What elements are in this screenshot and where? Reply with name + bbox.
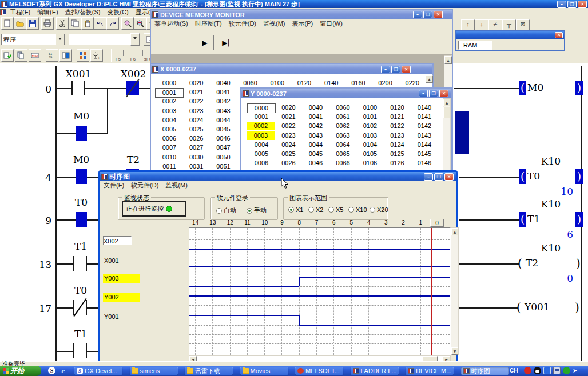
y-device-cell[interactable]: 0060 xyxy=(330,103,356,112)
y-device-cell[interactable]: 0165 xyxy=(439,150,443,158)
x-device-cell[interactable]: 0200 xyxy=(372,79,399,87)
radio-x10[interactable]: X10 xyxy=(348,206,367,213)
x-device-cell[interactable]: 0020 xyxy=(183,79,209,87)
partial-run-icon[interactable] xyxy=(59,49,72,62)
x-device-cell[interactable]: 0045 xyxy=(210,125,236,134)
monitoring-button[interactable]: 正在进行监控 xyxy=(122,201,186,217)
x-device-cell[interactable]: 0007 xyxy=(156,143,182,152)
x-device-cell[interactable]: 0043 xyxy=(210,107,236,115)
y-device-cell[interactable]: 0002 xyxy=(247,122,275,130)
x-device-cell[interactable]: 0003 xyxy=(156,107,182,115)
scroll-up-icon[interactable]: ▲ xyxy=(444,56,452,64)
maximize-button[interactable]: ❒ xyxy=(567,1,577,8)
close-button[interactable]: ✕ xyxy=(434,11,443,18)
timing-menu-monitor[interactable]: 监视(M) xyxy=(162,181,191,190)
y-device-cell[interactable]: 0125 xyxy=(384,150,411,158)
y-device-cell[interactable]: 0103 xyxy=(357,131,383,140)
y-device-cell[interactable]: 0042 xyxy=(303,122,329,130)
program-check-icon[interactable] xyxy=(1,49,14,62)
x-device-cell[interactable]: 0021 xyxy=(183,88,209,97)
x-device-cell[interactable]: 0002 xyxy=(156,97,182,106)
close-button[interactable]: ✕ xyxy=(578,1,587,8)
signal-label[interactable]: Y001 xyxy=(104,312,119,321)
y-device-cell[interactable]: 0146 xyxy=(411,159,438,167)
y-device-cell[interactable]: 0162 xyxy=(439,122,443,130)
scroll-up-icon[interactable]: ▲ xyxy=(426,75,433,83)
find-instruction-icon[interactable] xyxy=(134,17,146,30)
maximize-button[interactable]: ❒ xyxy=(391,66,400,73)
y-device-cell[interactable]: 0163 xyxy=(439,131,443,140)
x-device-cell[interactable]: 0140 xyxy=(318,79,344,87)
radio-x5[interactable]: X5 xyxy=(328,206,343,213)
y-device-cell[interactable]: 0161 xyxy=(439,113,443,121)
ram-palette-titlebar[interactable]: ✕ xyxy=(456,31,564,39)
x-device-cell[interactable]: 0005 xyxy=(156,125,182,134)
y-device-cell[interactable]: 0025 xyxy=(276,150,302,158)
quick-launch-sogou-icon[interactable]: S xyxy=(48,367,55,374)
monitor-step-button[interactable]: ▶| xyxy=(217,35,235,50)
taskbar-button-8[interactable]: 时序图 xyxy=(461,367,509,375)
close-icon[interactable]: ✕ xyxy=(555,32,563,38)
x-device-cell[interactable]: 0051 xyxy=(210,162,236,171)
y-device-cell[interactable]: 0026 xyxy=(276,159,302,167)
x-device-cell[interactable]: 0160 xyxy=(345,79,371,87)
radio-x2[interactable]: X2 xyxy=(308,206,323,213)
undo-icon[interactable] xyxy=(94,17,106,30)
y-device-cell[interactable]: 0063 xyxy=(330,131,356,140)
save-icon[interactable] xyxy=(26,17,39,30)
timing-titlebar[interactable]: 时序图 – ❒ ✕ xyxy=(100,172,456,181)
x-device-cell[interactable]: 0060 xyxy=(237,79,264,87)
y-device-cell[interactable]: 0141 xyxy=(411,113,438,121)
radio-auto[interactable]: 自动 xyxy=(216,206,236,215)
x-device-cell[interactable]: 0023 xyxy=(183,107,209,115)
tray-qq-icon[interactable] xyxy=(534,367,541,374)
device-test-icon[interactable]: + xyxy=(90,49,103,62)
y-device-cell[interactable]: 0122 xyxy=(384,122,411,130)
copy-icon[interactable] xyxy=(69,17,81,30)
x-device-cell[interactable]: 0120 xyxy=(291,79,317,87)
x-device-cell[interactable]: 0046 xyxy=(210,134,236,143)
x-device-cell[interactable]: 0031 xyxy=(183,162,209,171)
chevron-down-icon[interactable] xyxy=(55,34,65,45)
x-device-cell[interactable]: 0000 xyxy=(156,79,182,87)
minimize-button[interactable]: – xyxy=(419,90,428,97)
step-run-icon[interactable]: S1S9↓ xyxy=(46,49,58,62)
y-device-cell[interactable]: 0044 xyxy=(303,141,329,149)
x-device-cell[interactable]: 0044 xyxy=(210,116,236,125)
tray-monitor-icon[interactable] xyxy=(553,367,561,374)
ladder-symbol-button-close-contact[interactable]: F6 xyxy=(126,49,140,62)
dmm-menu-device[interactable]: 软元件(D) xyxy=(225,19,260,29)
x-device-cell[interactable]: 0001 xyxy=(155,88,184,98)
signal-input-field[interactable]: X002 xyxy=(103,236,132,245)
tray-thunder-icon[interactable] xyxy=(524,367,531,374)
x-device-cell[interactable]: 0026 xyxy=(183,134,209,143)
taskbar-button-1[interactable]: SGX Devel... xyxy=(74,367,122,375)
y-device-cell[interactable]: 0140 xyxy=(411,103,438,112)
radio-x1[interactable]: X1 xyxy=(288,206,303,213)
x-device-cell[interactable]: 0041 xyxy=(210,88,236,97)
tray-pointer-icon[interactable]: ➤ xyxy=(573,367,580,374)
x-device-cell[interactable]: 0050 xyxy=(210,153,236,162)
y-device-cell[interactable]: 0045 xyxy=(303,150,329,158)
close-button[interactable]: ✕ xyxy=(402,66,411,73)
x-device-cell[interactable]: 0040 xyxy=(210,79,236,87)
dmm-menu-timing[interactable]: 时序图(T) xyxy=(192,19,225,29)
monitor-run-button[interactable]: ▶ xyxy=(196,35,214,50)
dmm-menu-start[interactable]: 菜单起动(S) xyxy=(151,19,192,29)
y-device-cell[interactable]: 0062 xyxy=(330,122,356,130)
menu-find-replace[interactable]: 查找/替换(S) xyxy=(62,7,104,17)
time-cursor-line[interactable] xyxy=(431,228,432,355)
y-device-cell[interactable]: 0145 xyxy=(411,150,438,158)
y-device-cell[interactable]: 0126 xyxy=(384,159,411,167)
close-button[interactable]: ✕ xyxy=(444,173,454,181)
x-device-cell[interactable]: 0022 xyxy=(183,97,209,106)
y-device-cell[interactable]: 0066 xyxy=(330,159,356,167)
find-device-icon[interactable] xyxy=(121,17,134,30)
radio-manual[interactable]: 手动 xyxy=(247,206,267,215)
y-device-cell[interactable]: 0041 xyxy=(303,113,329,121)
y-device-cell[interactable]: 0003 xyxy=(247,131,275,140)
timing-menu-device[interactable]: 软元件(D) xyxy=(128,181,162,190)
print-icon[interactable] xyxy=(41,17,54,30)
ladder-symbol-button-open-contact[interactable]: F5 xyxy=(111,49,125,62)
y-device-cell[interactable]: 0021 xyxy=(276,113,302,121)
